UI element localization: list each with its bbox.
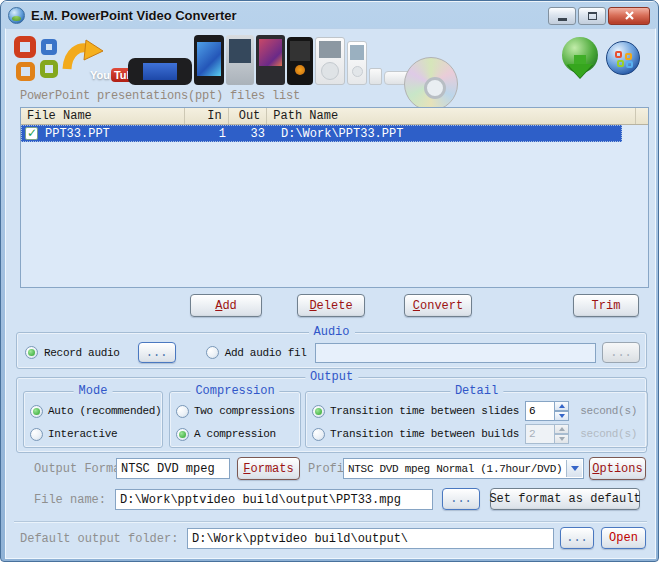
iphone-icon xyxy=(194,35,224,85)
output-group: Output Mode Auto (recommended) Interacti… xyxy=(16,377,647,453)
spinner-down-button[interactable] xyxy=(554,411,569,421)
transition-slides-label: Transition time between slides xyxy=(330,405,519,417)
about-icon[interactable] xyxy=(606,41,640,75)
row-out: 33 xyxy=(232,127,271,141)
maximize-icon xyxy=(588,12,597,20)
dropdown-button[interactable] xyxy=(566,460,582,477)
record-audio-radio[interactable] xyxy=(25,346,38,359)
powerpoint-logo-icon xyxy=(14,36,60,82)
compression-group-title: Compression xyxy=(190,384,279,399)
files-list-label: PowerPoint presentations(ppt) files list xyxy=(20,89,300,103)
open-button[interactable]: Open xyxy=(601,527,646,549)
ipod-nano-icon xyxy=(347,41,367,85)
output-group-title: Output xyxy=(305,370,358,385)
spinner-up-button xyxy=(554,424,569,434)
options-button[interactable]: Options xyxy=(589,457,646,480)
mode-group: Mode Auto (recommended) Interactive xyxy=(23,391,163,448)
record-audio-browse-button[interactable]: ... xyxy=(138,342,176,363)
file-name-browse-button[interactable]: ... xyxy=(442,488,480,510)
default-folder-field[interactable] xyxy=(187,528,554,549)
formats-button[interactable]: Formats xyxy=(237,457,300,480)
audio-group: Audio Record audio ... Add audio fil ... xyxy=(16,332,647,369)
close-icon xyxy=(624,11,635,21)
maximize-button[interactable] xyxy=(578,7,606,25)
devices-icons xyxy=(128,33,430,85)
transition-builds-spinner xyxy=(525,424,569,444)
output-format-field[interactable] xyxy=(116,458,230,479)
transition-slides-spinner[interactable] xyxy=(525,401,569,421)
transition-builds-label: Transition time between builds xyxy=(330,428,519,440)
transition-builds-value xyxy=(525,424,556,444)
a-compression-radio[interactable] xyxy=(176,428,189,441)
app-window: E.M. PowerPoint Video Converter You Tube xyxy=(0,0,659,562)
list-header: File Name In Out Path Name xyxy=(21,108,648,125)
mode-auto-radio[interactable] xyxy=(30,405,43,418)
minimize-icon xyxy=(558,18,567,21)
add-button[interactable]: Add xyxy=(190,294,262,317)
delete-button[interactable]: Delete xyxy=(297,294,365,317)
title-bar: E.M. PowerPoint Video Converter xyxy=(1,1,658,28)
column-out[interactable]: Out xyxy=(229,108,268,124)
row-in: 1 xyxy=(188,127,232,141)
transition-slides-value[interactable] xyxy=(525,401,556,421)
window-title: E.M. PowerPoint Video Converter xyxy=(31,8,237,23)
column-file-name[interactable]: File Name xyxy=(21,108,185,124)
mode-group-title: Mode xyxy=(74,384,113,399)
default-folder-label: Default output folder: xyxy=(20,532,178,546)
trim-button[interactable]: Trim xyxy=(573,294,639,317)
chevron-down-icon xyxy=(571,466,579,471)
files-list[interactable]: File Name In Out Path Name PPT33.PPT 1 3… xyxy=(20,107,649,288)
a-compression-label: A compression xyxy=(194,428,276,440)
client-area: You Tube PowerPoint presentations(ppt) f… xyxy=(5,28,656,559)
app-icon xyxy=(8,7,25,24)
detail-group-title: Detail xyxy=(450,384,503,399)
add-audio-file-label: Add audio fil xyxy=(225,347,307,359)
builds-unit-label: second(s) xyxy=(580,428,637,440)
file-name-label: File name: xyxy=(34,493,106,507)
up-arrow-icon xyxy=(559,404,565,408)
file-name-field[interactable] xyxy=(115,489,433,510)
set-format-default-button[interactable]: Set format as default xyxy=(490,488,640,510)
table-row[interactable]: PPT33.PPT 1 33 D:\Work\PPT33.PPT xyxy=(21,125,622,142)
dvd-disc-icon xyxy=(404,57,458,111)
divider xyxy=(14,521,647,523)
minimize-button[interactable] xyxy=(548,7,576,25)
slides-unit-label: second(s) xyxy=(580,405,637,417)
psp-icon xyxy=(128,58,192,85)
walkman-phone-icon xyxy=(287,37,313,85)
mode-interactive-radio[interactable] xyxy=(30,428,43,441)
ipod-classic-icon xyxy=(315,37,345,85)
add-audio-file-radio[interactable] xyxy=(206,346,219,359)
row-checkbox[interactable] xyxy=(25,127,38,140)
down-arrow-icon xyxy=(559,414,565,418)
default-folder-browse-button[interactable]: ... xyxy=(560,527,594,549)
record-audio-label: Record audio xyxy=(44,347,120,359)
mode-interactive-label: Interactive xyxy=(48,428,117,440)
close-button[interactable] xyxy=(608,7,650,25)
two-compressions-radio[interactable] xyxy=(176,405,189,418)
compression-group: Compression Two compressions A compressi… xyxy=(169,391,301,448)
audio-file-input[interactable] xyxy=(315,343,596,363)
transition-builds-radio[interactable] xyxy=(312,428,325,441)
column-path-name[interactable]: Path Name xyxy=(267,108,636,124)
spinner-up-button[interactable] xyxy=(554,401,569,411)
smartphone-icon xyxy=(226,35,254,85)
two-compressions-label: Two compressions xyxy=(194,405,295,417)
media-phone-icon xyxy=(256,35,285,85)
down-arrow-icon xyxy=(559,437,565,441)
spinner-down-button xyxy=(554,434,569,444)
row-path: D:\Work\PPT33.PPT xyxy=(271,127,622,141)
transition-slides-radio[interactable] xyxy=(312,405,325,418)
mode-auto-label: Auto (recommended) xyxy=(48,405,161,417)
download-update-icon[interactable] xyxy=(562,37,598,73)
ipod-shuffle-icon xyxy=(369,68,382,85)
column-in[interactable]: In xyxy=(185,108,228,124)
detail-group: Detail Transition time between slides se… xyxy=(305,391,648,448)
row-file-name: PPT33.PPT xyxy=(45,127,110,141)
convert-button[interactable]: Convert xyxy=(404,294,472,317)
audio-file-browse-button[interactable]: ... xyxy=(602,342,640,363)
profile-value: NTSC DVD mpeg Normal (1.7hour/DVD) xyxy=(348,463,562,475)
profile-select[interactable]: NTSC DVD mpeg Normal (1.7hour/DVD) xyxy=(343,458,584,479)
up-arrow-icon xyxy=(559,427,565,431)
